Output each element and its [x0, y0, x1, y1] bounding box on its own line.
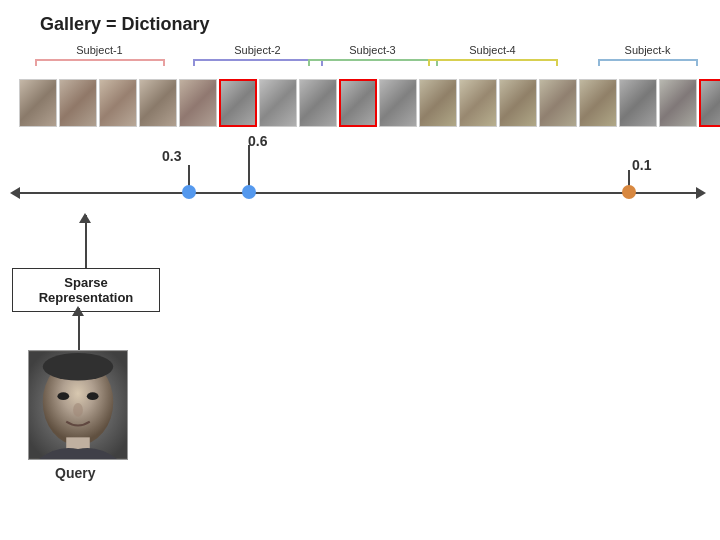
svg-point-2: [43, 353, 114, 380]
query-label: Query: [55, 465, 95, 481]
subject-2-label: Subject-2: [234, 44, 280, 56]
query-image: [28, 350, 128, 460]
svg-point-5: [73, 403, 83, 417]
face-s1-3: [99, 79, 137, 127]
face-s1-5: [179, 79, 217, 127]
face-s3-2: [459, 79, 497, 127]
face-s4-3: [699, 79, 720, 127]
main-container: Gallery = Dictionary Subject-1 Subject-2…: [0, 0, 720, 540]
face-s3-3: [499, 79, 537, 127]
page-title: Gallery = Dictionary: [40, 14, 210, 35]
face-s4-1: [619, 79, 657, 127]
subject-1-bracket: [35, 59, 165, 66]
subject-3-label: Subject-3: [349, 44, 395, 56]
svg-point-4: [87, 392, 99, 400]
query-arrow-head: [72, 306, 84, 316]
axis-right-arrow: [696, 187, 706, 199]
sparse-arrow-head: [79, 213, 91, 223]
coeff-label-3: 0.1: [632, 157, 651, 173]
subject-3-bracket: [308, 59, 438, 66]
face-s2-3: [299, 79, 337, 127]
subject-4-label: Subject-4: [469, 44, 515, 56]
subject-4-bracket: [428, 59, 558, 66]
coeff-dot-3: [622, 185, 636, 199]
subject-4-group: Subject-4: [420, 44, 565, 66]
coeff-label-1: 0.3: [162, 148, 181, 164]
subject-1-label: Subject-1: [76, 44, 122, 56]
sparse-representation-box: SparseRepresentation: [12, 268, 160, 312]
face-s1-4: [139, 79, 177, 127]
subject-k-bracket: [598, 59, 698, 66]
face-s2-1: [219, 79, 257, 127]
coeff-label-2: 0.6: [248, 133, 267, 149]
coeff-dot-2: [242, 185, 256, 199]
svg-point-3: [57, 392, 69, 400]
face-s2-2: [259, 79, 297, 127]
face-s2-5: [379, 79, 417, 127]
face-s3-5: [579, 79, 617, 127]
sparse-representation-label: SparseRepresentation: [39, 275, 134, 305]
face-s3-1: [419, 79, 457, 127]
subject-k-label: Subject-k: [625, 44, 671, 56]
axis-line: [18, 192, 700, 194]
axis-left-arrow: [10, 187, 20, 199]
face-s3-4: [539, 79, 577, 127]
faces-strip: ...: [18, 72, 710, 134]
subject-k-group: Subject-k: [590, 44, 705, 66]
coeff-dot-1: [182, 185, 196, 199]
face-s2-4: [339, 79, 377, 127]
subject-1-group: Subject-1: [22, 44, 177, 66]
face-s4-2: [659, 79, 697, 127]
face-s1-2: [59, 79, 97, 127]
face-s1-1: [19, 79, 57, 127]
